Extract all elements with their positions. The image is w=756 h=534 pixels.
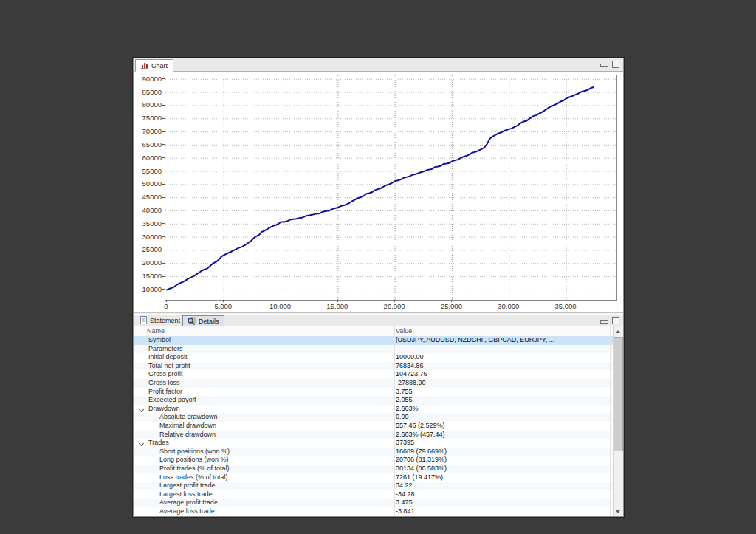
table-row[interactable]: Expected payoff2.055 [134,396,614,405]
y-axis-label: 60000 [135,154,162,162]
table-row[interactable]: Largest loss trade-34.28 [134,490,614,499]
table-row[interactable]: Profit factor3.755 [134,388,614,397]
row-value: 30134 (80.583%) [396,465,447,473]
y-axis-label: 80000 [135,100,162,109]
row-name: Largest loss trade [159,490,213,499]
y-axis-label: 55000 [135,167,162,175]
x-axis-label: 35,000 [543,302,588,310]
scrollbar-up-button[interactable] [614,326,622,336]
details-panel-tabstrip: Statement Details [134,314,623,327]
row-value: 557.46 (2.529%) [396,422,445,431]
y-axis-tick [162,78,165,79]
chart-plot [165,75,617,301]
row-name: Average loss trade [159,507,215,516]
x-axis-tick [223,300,224,302]
y-axis-label: 85000 [135,88,162,96]
float-panel-button[interactable] [612,61,619,68]
row-value: 3.755 [396,388,413,397]
y-axis-tick [162,223,165,224]
y-axis-label: 70000 [135,127,162,135]
y-axis-tick [162,92,165,92]
row-name: Gross loss [148,379,180,388]
row-value: -3.841 [396,507,415,516]
column-divider[interactable] [394,326,395,516]
y-axis-tick [162,197,165,198]
scrollbar-down-button[interactable] [614,507,622,516]
tester-report-window: Chart 1000015000200002500030000350004000… [133,58,624,517]
equity-curve-svg [165,75,616,300]
y-axis-tick [162,118,165,119]
table-row[interactable]: Gross profit104723.76 [134,370,614,379]
table-row[interactable]: Total net profit76834.86 [134,362,614,371]
table-row[interactable]: Absolute drawdown0.00 [134,413,614,422]
float-panel-button[interactable] [612,317,619,324]
collapse-panel-button[interactable] [600,320,608,324]
row-value: 2.663% [396,405,419,414]
row-value: 37395 [396,439,414,448]
y-axis-tick [162,236,165,237]
row-value: -27888.90 [396,379,426,388]
y-axis-label: 30000 [135,233,162,241]
table-row[interactable]: Gross loss-27888.90 [134,379,614,388]
table-row[interactable]: Symbol[USDJPY, AUDUSD, NZDCHF, GBPCAD, E… [134,336,614,345]
x-axis-label: 25,000 [429,302,473,310]
row-name: Profit factor [148,388,182,397]
table-row[interactable]: Trades37395 [134,439,614,448]
y-axis-tick [162,276,165,277]
y-axis-tick [162,210,165,210]
table-row[interactable]: Loss trades (% of total)7261 (19.417%) [134,473,614,482]
row-name: Average profit trade [159,499,218,507]
scrollbar[interactable] [613,326,623,516]
table-row[interactable]: Average profit trade3.475 [134,499,614,507]
chart-tab-label: Chart [151,62,168,69]
x-axis-tick [166,300,167,302]
statement-tab-label: Statement [150,317,180,324]
row-value: 3.475 [396,499,413,507]
table-row[interactable]: Initial deposit10000.00 [134,353,614,362]
table-row[interactable]: Profit trades (% of total)30134 (80.583%… [134,465,614,473]
table-row[interactable]: Largest profit trade34.22 [134,482,614,490]
row-name: Absolute drawdown [159,413,218,422]
y-axis-tick [162,144,165,145]
table-row[interactable]: Relative drawdown2.663% (457.44) [134,431,614,439]
x-axis-label: 0 [144,302,188,310]
row-value: 16689 (79.669%) [396,448,447,456]
row-name: Profit trades (% of total) [159,465,230,473]
table-row[interactable]: Drawdown2.663% [134,405,614,414]
tab-chart[interactable]: Chart [135,59,173,72]
table-row[interactable]: Parameters- [134,345,614,354]
x-axis-label: 30,000 [487,302,531,310]
y-axis-tick [162,263,165,264]
chart-tab-icon [141,62,148,69]
table-row[interactable]: Short positions (won %)16689 (79.669%) [134,448,614,456]
collapse-panel-button[interactable] [600,64,608,67]
y-axis-label: 15000 [135,272,162,280]
row-name: Parameters [148,345,183,354]
row-name: Largest profit trade [159,482,216,490]
y-axis-tick [162,250,165,250]
collapse-arrow-icon[interactable] [139,441,144,446]
row-value: -34.28 [396,490,415,499]
row-name: Loss trades (% of total) [159,473,228,482]
table-row[interactable]: Long positions (won %)20706 (81.319%) [134,456,614,465]
row-name: Initial deposit [148,353,188,362]
scrollbar-thumb[interactable] [614,337,623,451]
row-value: 0.00 [396,413,409,422]
y-axis-label: 20000 [135,259,162,267]
row-name: Long positions (won %) [159,456,229,465]
tab-details[interactable]: Details [182,315,224,326]
table-row[interactable]: Maximal drawdown557.46 (2.529%) [134,422,614,431]
x-axis-tick [281,300,281,302]
collapse-arrow-icon[interactable] [139,407,144,412]
row-name: Short positions (won %) [159,448,230,456]
column-divider[interactable] [610,326,611,516]
table-row[interactable]: Average loss trade-3.841 [134,507,614,516]
y-axis-tick [162,131,165,132]
row-name: Symbol [148,336,171,345]
tab-statement[interactable]: Statement [136,315,185,325]
y-axis-label: 40000 [135,206,162,214]
row-name: Relative drawdown [159,431,216,439]
x-axis-tick [566,300,566,302]
y-axis-label: 65000 [135,140,162,148]
y-axis-label: 10000 [135,285,162,293]
